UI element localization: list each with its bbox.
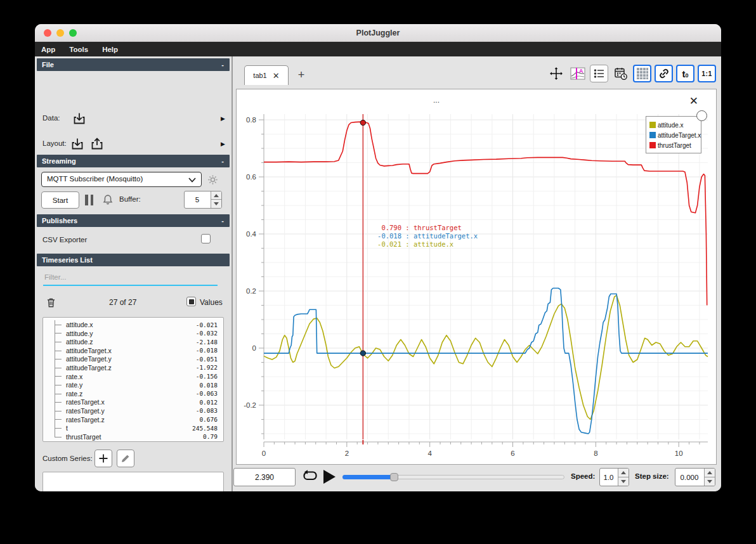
- filter-input[interactable]: [43, 272, 218, 286]
- streaming-section-header[interactable]: Streaming -: [37, 155, 230, 167]
- load-layout-icon[interactable]: [70, 136, 85, 152]
- timeseries-row[interactable]: attitudeTarget.x -0.018: [43, 346, 223, 355]
- pause-icon[interactable]: [85, 195, 93, 205]
- custom-series-list[interactable]: [42, 472, 224, 491]
- timeseries-value: 245.548: [192, 425, 218, 432]
- menu-tools[interactable]: Tools: [69, 46, 88, 53]
- tracker-readout-line: 0.790 : thrustTarget: [374, 224, 478, 232]
- play-icon[interactable]: [323, 470, 336, 484]
- csv-exporter-label: CSV Exporter: [42, 236, 87, 243]
- trash-icon[interactable]: [45, 296, 57, 309]
- values-checkbox[interactable]: [186, 297, 196, 306]
- timeseries-row[interactable]: ratesTarget.z 0.676: [43, 415, 223, 424]
- spin-up-icon[interactable]: [618, 469, 629, 477]
- timeseries-name: rate.x: [66, 373, 82, 380]
- start-button[interactable]: Start: [41, 191, 79, 209]
- timeseries-value: -0.032: [196, 330, 218, 337]
- pencil-icon: [121, 453, 131, 463]
- legend-entry[interactable]: thrustTarget: [649, 140, 697, 150]
- plot-close-icon[interactable]: ✕: [689, 94, 698, 108]
- timeseries-row[interactable]: thrustTarget 0.79: [43, 432, 223, 441]
- timeseries-row[interactable]: ratesTarget.y -0.083: [43, 406, 223, 415]
- grid-layout-icon[interactable]: [633, 65, 651, 82]
- timeseries-name: attitude.y: [66, 330, 93, 337]
- svg-text:0.6: 0.6: [246, 173, 256, 181]
- timeseries-section-header[interactable]: Timeseries List: [37, 254, 230, 266]
- tab-close-icon[interactable]: ✕: [273, 71, 280, 81]
- list-view-icon[interactable]: [590, 65, 608, 82]
- timeseries-value: -0.083: [196, 407, 218, 414]
- load-data-icon[interactable]: [72, 111, 87, 126]
- notifications-bell-icon[interactable]: [101, 193, 115, 207]
- slider-handle[interactable]: [390, 473, 398, 481]
- edit-custom-series-button[interactable]: [117, 450, 134, 467]
- legend-handle[interactable]: [696, 110, 707, 121]
- data-menu-arrow-icon[interactable]: ▶: [221, 115, 225, 122]
- timeseries-row[interactable]: ratesTarget.x 0.012: [43, 398, 223, 406]
- layout-label: Layout:: [42, 139, 67, 147]
- layout-menu-arrow-icon[interactable]: ▶: [221, 141, 225, 147]
- timeseries-row[interactable]: attitude.x -0.021: [43, 320, 223, 329]
- timeseries-row[interactable]: rate.y 0.018: [43, 380, 223, 389]
- timeseries-name: rate.y: [66, 381, 82, 389]
- collapse-icon[interactable]: -: [221, 58, 224, 71]
- timeseries-value: -0.156: [196, 373, 218, 380]
- save-layout-icon[interactable]: [89, 136, 105, 152]
- timeseries-row[interactable]: t 245.548: [43, 424, 223, 432]
- timeseries-row[interactable]: attitude.z -2.148: [43, 337, 223, 346]
- loop-icon[interactable]: [301, 469, 319, 485]
- menu-app[interactable]: App: [41, 46, 55, 53]
- timeseries-name: t: [66, 424, 68, 432]
- svg-text:0.8: 0.8: [246, 116, 256, 124]
- spin-down-icon[interactable]: [211, 200, 221, 208]
- time-offset-icon[interactable]: t0: [676, 65, 694, 82]
- add-custom-series-button[interactable]: [94, 450, 112, 467]
- collapse-icon[interactable]: -: [221, 214, 224, 227]
- spin-down-icon[interactable]: [705, 477, 715, 486]
- legend-color-chip: [649, 122, 656, 128]
- tab-tab1[interactable]: tab1 ✕: [244, 65, 289, 85]
- menu-help[interactable]: Help: [102, 46, 118, 53]
- timeseries-value: 0.018: [199, 382, 218, 389]
- streaming-settings-gear-icon[interactable]: [207, 174, 219, 186]
- spin-up-icon[interactable]: [211, 191, 221, 200]
- window-title: PlotJuggler: [35, 29, 721, 37]
- timeseries-row[interactable]: attitudeTarget.z -1.922: [43, 363, 223, 372]
- spin-down-icon[interactable]: [618, 477, 629, 486]
- timeseries-name: attitudeTarget.x: [66, 347, 112, 354]
- tracker-readout: 0.790 : thrustTarget -0.018 : attitudeTa…: [374, 224, 478, 249]
- step-size-spinner[interactable]: 0.000: [675, 468, 715, 486]
- datetime-icon[interactable]: [611, 65, 630, 82]
- spin-up-icon[interactable]: [705, 469, 715, 477]
- add-tab-button[interactable]: +: [294, 67, 309, 82]
- plot-legend[interactable]: attitude.x attitudeTarget.x thrustTarget: [646, 116, 701, 153]
- timeseries-row[interactable]: rate.x -0.156: [43, 372, 223, 381]
- plot-widget[interactable]: -0.200.20.40.60.80246810 ... ✕ attitude.…: [236, 89, 717, 465]
- toolbar: A: [547, 65, 716, 82]
- pan-move-icon[interactable]: [547, 65, 565, 82]
- plus-icon: [98, 453, 108, 463]
- buffer-spinner[interactable]: 5: [184, 191, 222, 209]
- current-time-field[interactable]: 2.390: [233, 468, 296, 486]
- legend-entry[interactable]: attitudeTarget.x: [649, 130, 697, 140]
- link-axes-icon[interactable]: [655, 65, 673, 82]
- curve-tracker-icon[interactable]: A: [568, 65, 587, 82]
- csv-exporter-checkbox[interactable]: [201, 234, 211, 243]
- ratio-1-1-icon[interactable]: 1:1: [698, 65, 716, 82]
- publishers-section-header[interactable]: Publishers -: [37, 214, 230, 227]
- timeseries-row[interactable]: attitudeTarget.y -0.051: [43, 354, 223, 363]
- streaming-source-select[interactable]: MQTT Subscriber (Mosquitto): [41, 172, 202, 187]
- collapse-icon[interactable]: -: [221, 155, 224, 167]
- speed-spinner[interactable]: 1.0: [599, 468, 629, 486]
- plot-title[interactable]: ...: [433, 96, 440, 105]
- timeseries-row[interactable]: attitude.y -0.032: [43, 329, 223, 338]
- playback-bar: 2.390 Speed: 1.0 Step si: [233, 468, 721, 487]
- legend-entry[interactable]: attitude.x: [649, 120, 697, 130]
- file-section-header[interactable]: File -: [37, 58, 230, 71]
- svg-text:4: 4: [427, 450, 432, 457]
- timeseries-name: ratesTarget.y: [66, 407, 105, 415]
- timeseries-row[interactable]: rate.z -0.063: [43, 389, 223, 398]
- timeline-slider[interactable]: [342, 473, 564, 481]
- timeseries-value: -0.021: [196, 321, 218, 328]
- series-count: 27 of 27: [109, 298, 136, 307]
